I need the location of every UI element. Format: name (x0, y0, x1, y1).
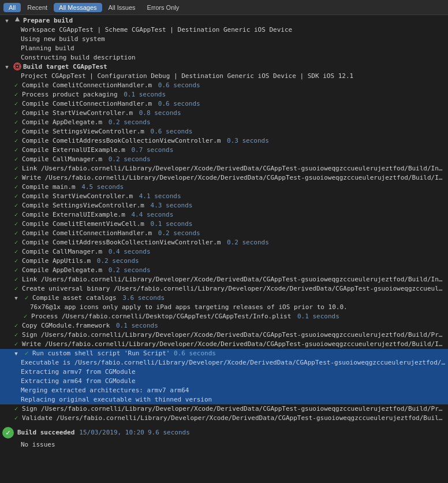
prepare-workspace-row: Workspace CGAppTest | Scheme CGAppTest |… (0, 25, 448, 35)
check-compile-appdelegate-1[interactable]: ✓ Compile AppDelegate.m 0.2 seconds (0, 118, 448, 127)
build-succeeded-date: 15/03/2019, 10:20 (79, 428, 144, 437)
check-compile-comelit-2[interactable]: ✓ Compile ComelitConnectionHandler.m 0.2… (0, 229, 448, 238)
check-write-2[interactable]: ✓ Write /Users/fabio.cornelli/Library/De… (0, 340, 448, 349)
prepare-constructing-text: Constructing build description (21, 53, 136, 62)
check-compile-external-2[interactable]: ✓ Compile ExternalUIExample.m 4.4 second… (0, 210, 448, 220)
prepare-new-build-system-row: Using new build system (0, 35, 448, 44)
check-compile-settings-2[interactable]: ✓ Compile SettingsViewController.m 4.3 s… (0, 201, 448, 210)
check-process-product-text: Compile ComelitConnectionHandler.m 0.6 s… (22, 81, 200, 90)
check-sign-1[interactable]: ✓ Sign /Users/fabio.cornelli/Library/Dev… (0, 330, 448, 340)
check-compile-address-2[interactable]: ✓ Compile ComelitAddressBookCollectionVi… (0, 238, 448, 247)
check-compile-settings-1[interactable]: ✓ Compile SettingsViewController.m 0.6 s… (0, 127, 448, 136)
check-compile-start-2[interactable]: ✓ Compile StartViewController.m 4.1 seco… (0, 192, 448, 201)
svg-marker-0 (15, 17, 20, 21)
check-process-packaging[interactable]: ✓ Process product packaging 0.1 seconds (0, 90, 448, 99)
check-compile-main[interactable]: ✓ Compile main.m 4.5 seconds (0, 183, 448, 192)
prepare-workspace-text: Workspace CGAppTest | Scheme CGAppTest |… (21, 25, 292, 35)
no-issues-row: No issues (0, 440, 448, 449)
run-script-chevron: ▼ (12, 349, 21, 358)
no-issues-text: No issues (21, 440, 55, 449)
prepare-constructing-row: Constructing build description (0, 53, 448, 62)
build-log: ▼ Prepare build Workspace CGAppTest | Sc… (0, 15, 448, 483)
check-link-1[interactable]: ✓ Link /Users/fabio.cornelli/Library/Dev… (0, 164, 448, 173)
run-script-executable: Executable is /Users/fabio.cornelli/Libr… (0, 358, 448, 367)
run-script-extracting-arm64: Extracting arm64 from CGModule (0, 377, 448, 386)
build-succeeded-row: ✓ Build succeeded 15/03/2019, 10:20 9.6 … (0, 425, 448, 440)
filter-all-issues-button[interactable]: All Issues (103, 3, 141, 12)
build-succeeded-duration: 9.6 seconds (148, 428, 190, 437)
check-compile-apputils[interactable]: ✓ Compile AppUtils.m 0.2 seconds (0, 257, 448, 266)
filter-errors-only-button[interactable]: Errors Only (142, 3, 185, 12)
build-target-title: Build target CGAppTest (23, 62, 107, 72)
prepare-planning-row: Planning build (0, 44, 448, 53)
prepare-build-header[interactable]: ▼ Prepare build (0, 16, 448, 25)
check-compile-element-cell[interactable]: ✓ Compile ComelitElementViewCell.m 0.1 s… (0, 220, 448, 229)
check-compile-address-1[interactable]: ✓ Compile ComelitAddressBookCollectionVi… (0, 136, 448, 146)
run-script-extracting-armv7: Extracting armv7 from CGModule (0, 367, 448, 377)
prepare-build-section-icon (13, 16, 22, 22)
filter-all-button[interactable]: All (3, 3, 21, 12)
check-validate[interactable]: ✓ Validate /Users/fabio.cornelli/Library… (0, 414, 448, 423)
check-process-product[interactable]: ✓ Compile ComelitConnectionHandler.m 0.6… (0, 81, 448, 90)
build-target-header[interactable]: ▼ Build target CGAppTest (0, 62, 448, 72)
filter-recent-button[interactable]: Recent (22, 3, 53, 12)
run-script-header[interactable]: ▼ ✓ Run custom shell script 'Run Script'… (0, 349, 448, 358)
project-info-text: Project CGAppTest | Configuration Debug … (21, 72, 353, 81)
check-sign-2[interactable]: ✓ Sign /Users/fabio.cornelli/Library/Dev… (0, 404, 448, 414)
filter-all-messages-button[interactable]: All Messages (54, 3, 102, 12)
build-succeeded-text: Build succeeded (17, 428, 74, 437)
check-compile-callmanager-2[interactable]: ✓ Compile CallManager.m 0.4 seconds (0, 247, 448, 257)
check-compile-comelit[interactable]: ✓ Compile ComelitConnectionHandler.m 0.6… (0, 99, 448, 109)
prepare-new-build-system-text: Using new build system (21, 35, 105, 44)
check-copy-cgmodule[interactable]: ✓ Copy CGModule.framework 0.1 seconds (0, 321, 448, 330)
build-target-icon (13, 62, 22, 70)
check-link-2[interactable]: ✓ Link /Users/fabio.cornelli/Library/Dev… (0, 275, 448, 284)
check-create-universal[interactable]: ✓ Create universal binary /Users/fabio.c… (0, 284, 448, 293)
build-succeeded-icon: ✓ (2, 427, 14, 439)
run-script-replacing: Replacing original executable with thinn… (0, 395, 448, 404)
project-info-row: Project CGAppTest | Configuration Debug … (0, 72, 448, 81)
prepare-build-title: Prepare build (23, 16, 73, 25)
prepare-build-chevron: ▼ (2, 16, 12, 25)
asset-warning-row: 76x76@1x app icons only apply to iPad ap… (0, 303, 448, 312)
check-compile-start[interactable]: ✓ Compile StartViewController.m 0.8 seco… (0, 109, 448, 118)
check-process-plist[interactable]: ✓ Process /Users/fabio.cornelli/Desktop/… (0, 312, 448, 321)
run-script-merging: Merging extracted architectures: armv7 a… (0, 386, 448, 395)
compile-assets-chevron: ▼ (12, 293, 21, 303)
check-process-product-icon: ✓ (12, 81, 21, 90)
build-target-chevron: ▼ (2, 62, 12, 72)
check-compile-external-1[interactable]: ✓ Compile ExternalUIExample.m 0.7 second… (0, 146, 448, 155)
check-compile-callmanager-1[interactable]: ✓ Compile CallManager.m 0.2 seconds (0, 155, 448, 164)
prepare-planning-text: Planning build (21, 44, 74, 53)
filter-bar: All Recent All Messages All Issues Error… (0, 0, 448, 15)
check-compile-appdelegate-2[interactable]: ✓ Compile AppDelegate.m 0.2 seconds (0, 266, 448, 275)
check-write-1[interactable]: ✓ Write /Users/fabio.cornelli/Library/De… (0, 173, 448, 183)
svg-point-3 (17, 66, 18, 68)
compile-assets-header[interactable]: ▼ ✓ Compile asset catalogs 3.6 seconds (0, 293, 448, 303)
